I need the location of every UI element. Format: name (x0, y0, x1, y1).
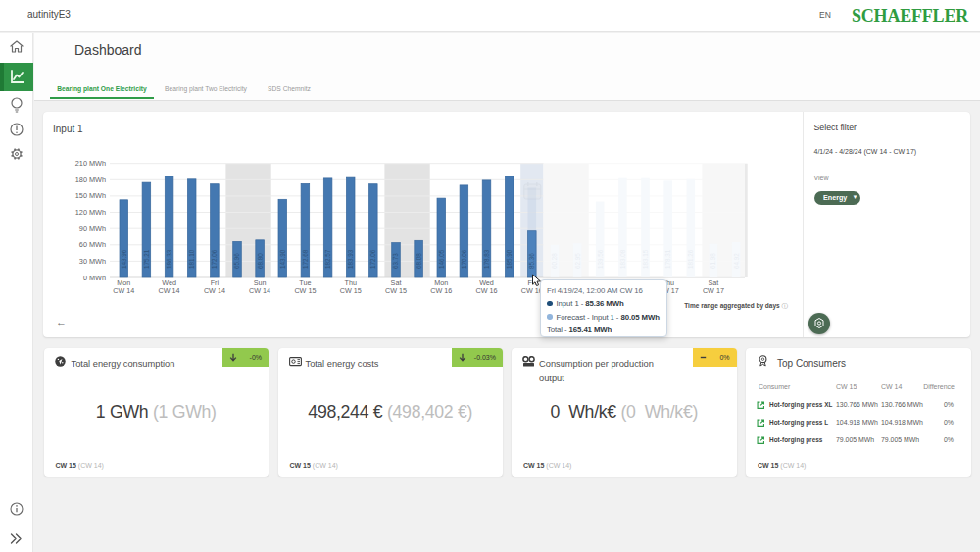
svg-text:CW 14: CW 14 (113, 286, 134, 295)
svg-text:CW 14: CW 14 (204, 286, 225, 295)
svg-text:183.93: 183.93 (347, 249, 354, 269)
svg-text:CW 15: CW 15 (340, 286, 362, 295)
svg-text:CW 15: CW 15 (294, 286, 316, 295)
svg-text:CW 14: CW 14 (249, 286, 270, 295)
svg-text:170.06: 170.06 (461, 249, 467, 269)
svg-text:CW 17: CW 17 (703, 286, 724, 295)
svg-text:CW 16: CW 16 (476, 286, 498, 295)
svg-text:0 MWh: 0 MWh (83, 274, 106, 282)
svg-text:120 MWh: 120 MWh (75, 208, 106, 217)
svg-text:90 MWh: 90 MWh (79, 225, 106, 233)
svg-text:65.96: 65.96 (233, 253, 240, 269)
svg-text:68.80: 68.80 (257, 253, 264, 269)
svg-text:60 MWh: 60 MWh (79, 240, 106, 249)
svg-text:181.10: 181.10 (188, 249, 195, 269)
svg-text:85.36: 85.36 (528, 253, 535, 269)
svg-text:172.06: 172.06 (369, 249, 376, 269)
svg-text:143.90: 143.90 (279, 249, 286, 269)
svg-text:178.83: 178.83 (483, 249, 490, 269)
svg-text:146.05: 146.05 (438, 249, 445, 269)
svg-text:CW 15: CW 15 (385, 286, 407, 295)
svg-text:CW 14: CW 14 (159, 286, 180, 295)
svg-text:68.08: 68.08 (416, 253, 422, 269)
svg-text:CW 16: CW 16 (430, 286, 452, 295)
svg-text:172.06: 172.06 (211, 249, 218, 269)
svg-text:180 MWh: 180 MWh (75, 176, 106, 184)
svg-text:186.33: 186.33 (166, 249, 172, 269)
svg-text:175.21: 175.21 (143, 249, 150, 269)
svg-text:172.68: 172.68 (302, 249, 309, 269)
svg-text:210 MWh: 210 MWh (75, 159, 106, 168)
svg-text:143.96: 143.96 (121, 249, 127, 269)
svg-text:185.90: 185.90 (506, 249, 513, 269)
svg-text:63.73: 63.73 (392, 253, 399, 269)
svg-text:30 MWh: 30 MWh (79, 257, 106, 266)
svg-text:182.57: 182.57 (324, 249, 331, 269)
svg-text:150 MWh: 150 MWh (75, 191, 106, 200)
